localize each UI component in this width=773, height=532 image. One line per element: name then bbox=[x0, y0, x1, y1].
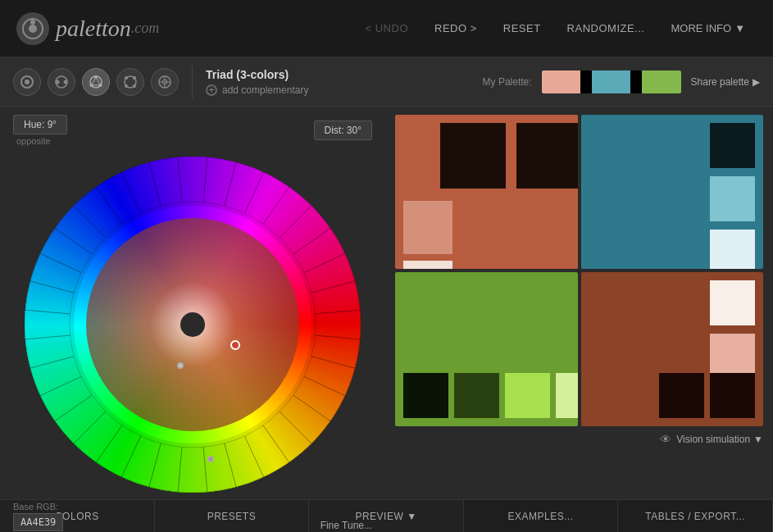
chevron-down-icon: ▼ bbox=[753, 434, 763, 445]
hue-button[interactable]: Hue: 9° bbox=[13, 115, 67, 134]
triad-wheel-button[interactable] bbox=[82, 68, 110, 96]
color-wheel[interactable] bbox=[20, 152, 365, 497]
swatch-q4-2 bbox=[710, 334, 755, 379]
palette-color-4 bbox=[630, 70, 642, 93]
dist-button[interactable]: Dist: 30° bbox=[314, 120, 372, 140]
chevron-right-icon: ▶ bbox=[753, 76, 760, 88]
bottom-info: Base RGB: AA4E39 Fine Tune... bbox=[13, 502, 372, 531]
vision-simulation-button[interactable]: Vision simulation ▼ bbox=[676, 434, 763, 445]
palette-label: My Palette: bbox=[483, 76, 532, 88]
palette-strip[interactable] bbox=[542, 70, 681, 93]
share-palette-button[interactable]: Share palette ▶ bbox=[691, 76, 760, 88]
svg-point-18 bbox=[133, 84, 136, 88]
svg-point-6 bbox=[56, 80, 60, 84]
swatch-q3-3 bbox=[505, 373, 550, 418]
swatch-q4-4 bbox=[710, 373, 755, 418]
logo-domain: .com bbox=[131, 20, 160, 37]
color-quad-3[interactable] bbox=[395, 272, 578, 426]
palette-color-5 bbox=[642, 70, 680, 93]
swatch-q2-3 bbox=[710, 230, 755, 269]
custom-wheel-button[interactable] bbox=[151, 68, 179, 96]
toolbar: Triad (3-colors) + add complementary My … bbox=[0, 57, 773, 107]
more-info-button[interactable]: MORE INFO ▼ bbox=[659, 17, 757, 39]
opposite-label: opposite bbox=[16, 136, 67, 146]
svg-point-4 bbox=[25, 80, 30, 84]
svg-point-16 bbox=[125, 76, 128, 80]
swatch-q1-2 bbox=[516, 123, 578, 189]
color-quad-2[interactable] bbox=[581, 115, 764, 269]
main-content: Hue: 9° opposite Dist: 30° Base RGB: AA4… bbox=[0, 107, 773, 499]
chevron-down-icon-preview: ▼ bbox=[407, 511, 416, 522]
right-panel: 👁 Vision simulation ▼ bbox=[385, 107, 773, 499]
base-rgb-section: Base RGB: AA4E39 bbox=[13, 502, 63, 531]
vision-row: 👁 Vision simulation ▼ bbox=[395, 433, 763, 446]
eye-icon: 👁 bbox=[660, 433, 671, 446]
svg-point-19 bbox=[125, 84, 128, 88]
more-info-label: MORE INFO bbox=[671, 22, 731, 34]
swatch-q3-1 bbox=[403, 373, 448, 418]
color-quad-4[interactable] bbox=[581, 272, 764, 426]
mono-wheel-button[interactable] bbox=[13, 68, 41, 96]
wheel-dot-primary[interactable] bbox=[230, 340, 240, 350]
swatch-q2-2 bbox=[710, 176, 755, 221]
examples-button[interactable]: EXAMPLES... bbox=[464, 500, 619, 532]
color-wheel-wrapper[interactable] bbox=[20, 152, 365, 497]
randomize-button[interactable]: RANDOMIZE... bbox=[556, 17, 657, 39]
palette-section: My Palette: Share palette ▶ bbox=[483, 70, 760, 93]
add-comp-dot: + bbox=[206, 84, 217, 96]
logo: paletton .com bbox=[16, 12, 159, 45]
logo-icon bbox=[16, 12, 49, 45]
tables-export-button[interactable]: TABLES / EXPORT... bbox=[618, 500, 773, 532]
svg-point-17 bbox=[133, 76, 136, 80]
swatch-q1-4 bbox=[403, 261, 452, 269]
base-rgb-value: AA4E39 bbox=[13, 513, 63, 531]
svg-point-7 bbox=[64, 80, 68, 84]
wheel-dot-secondary1[interactable] bbox=[177, 362, 184, 369]
wheel-dot-center[interactable] bbox=[207, 456, 214, 462]
vision-label: Vision simulation bbox=[676, 434, 750, 445]
palette-color-2 bbox=[580, 70, 592, 93]
swatch-q3-2 bbox=[454, 373, 499, 418]
logo-text: paletton bbox=[56, 16, 131, 42]
hue-section: Hue: 9° opposite bbox=[13, 115, 67, 146]
reset-button[interactable]: RESET bbox=[492, 17, 552, 39]
tetrad-wheel-button[interactable] bbox=[116, 68, 144, 96]
palette-color-1 bbox=[542, 70, 580, 93]
add-complementary[interactable]: + add complementary bbox=[206, 84, 308, 96]
swatch-q1-1 bbox=[440, 123, 506, 189]
svg-point-1 bbox=[29, 25, 37, 33]
swatch-q4-1 bbox=[710, 280, 755, 325]
wheel-controls bbox=[13, 68, 179, 96]
header: paletton .com < UNDO REDO > RESET RANDOM… bbox=[0, 0, 773, 57]
add-complementary-label: add complementary bbox=[222, 84, 308, 96]
swatch-q3-4 bbox=[556, 373, 578, 418]
undo-button[interactable]: < UNDO bbox=[354, 17, 420, 39]
left-panel: Hue: 9° opposite Dist: 30° Base RGB: AA4… bbox=[0, 107, 385, 499]
svg-point-2 bbox=[30, 20, 35, 25]
adjacent-wheel-button[interactable] bbox=[48, 68, 75, 96]
scheme-info: Triad (3-colors) + add complementary bbox=[206, 68, 308, 96]
redo-button[interactable]: REDO > bbox=[423, 17, 489, 39]
color-quad-1[interactable] bbox=[395, 115, 578, 269]
nav-buttons: < UNDO REDO > RESET RANDOMIZE... MORE IN… bbox=[354, 17, 757, 39]
scheme-name: Triad (3-colors) bbox=[206, 68, 308, 81]
swatch-q4-3 bbox=[659, 373, 704, 418]
swatch-q1-3 bbox=[403, 201, 452, 254]
base-rgb-label: Base RGB: bbox=[13, 502, 63, 512]
fine-tune-button[interactable]: Fine Tune... bbox=[321, 520, 372, 531]
palette-color-3 bbox=[592, 70, 630, 93]
toolbar-divider bbox=[192, 66, 193, 98]
chevron-down-icon: ▼ bbox=[734, 22, 745, 34]
controls-row: Hue: 9° opposite Dist: 30° bbox=[13, 115, 372, 146]
share-palette-label: Share palette bbox=[691, 76, 749, 88]
color-grid bbox=[395, 115, 763, 426]
swatch-q2-1 bbox=[710, 123, 755, 168]
